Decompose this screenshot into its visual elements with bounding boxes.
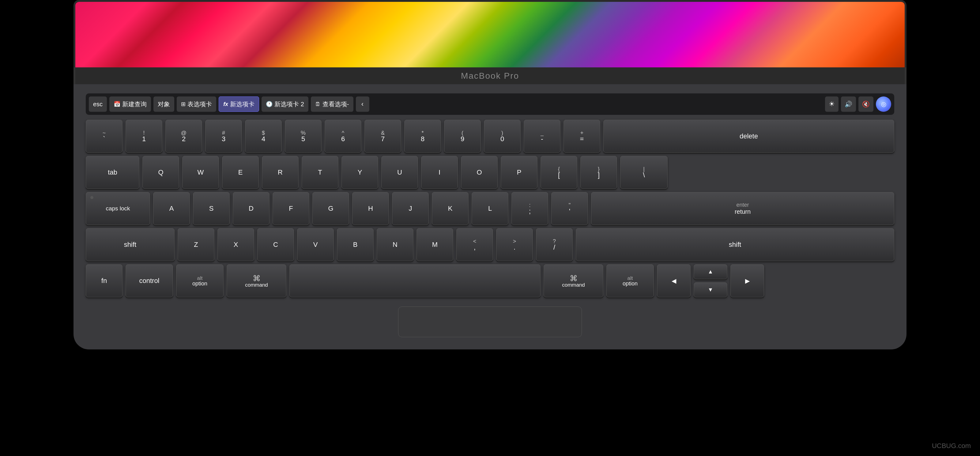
key-backslash[interactable]: | \ [620,156,668,189]
key-u[interactable]: U [381,156,418,189]
key-caps-lock[interactable]: caps lock [86,192,150,225]
key-arrow-left[interactable]: ◀ [657,264,690,297]
keyboard-area: ~ ` ! 1 @ 2 # 3 $ 4 [86,120,894,297]
key-o[interactable]: O [461,156,498,189]
tb-clock-icon: 🕐 [266,101,272,108]
key-rbracket[interactable]: } ] [580,156,617,189]
key-left-option[interactable]: alt option [176,264,224,297]
key-d[interactable]: D [233,192,269,225]
tb-view-options-key[interactable]: 🗓 查看选项- [311,97,353,112]
key-s[interactable]: S [193,192,230,225]
watermark: UCBUG.com [932,442,971,450]
key-c[interactable]: C [257,228,294,261]
key-r[interactable]: R [262,156,299,189]
key-w[interactable]: W [182,156,219,189]
arrow-down-icon: ▼ [708,287,713,293]
key-e[interactable]: E [222,156,259,189]
key-enter[interactable]: enter return [591,192,894,225]
key-z[interactable]: Z [178,228,215,261]
key-comma[interactable]: < , [456,228,493,261]
tb-siri-button[interactable]: ◎ [876,97,891,112]
key-7[interactable]: & 7 [364,120,401,153]
key-n[interactable]: N [377,228,414,261]
qwerty-row: tab Q W E R T Y U I O P { [ } ] [86,156,894,189]
caps-lock-indicator [90,196,94,199]
arrow-keys-cluster: ◀ ▲ ▼ ▶ [657,264,764,297]
key-f[interactable]: F [272,192,309,225]
key-control[interactable]: control [126,264,173,297]
key-semicolon[interactable]: : ; [511,192,548,225]
tb-new-tab2-key[interactable]: 🕐 新选项卡 2 [261,97,309,112]
laptop-container: MacBook Pro esc 📅 新建查询 对象 ⊞ 表选项卡 fx 新选项卡 [0,0,980,456]
key-i[interactable]: I [421,156,458,189]
tb-new-tab-key[interactable]: fx 新选项卡 [219,97,259,112]
key-x[interactable]: X [218,228,254,261]
trackpad[interactable] [398,307,582,337]
key-quote[interactable]: " ' [551,192,588,225]
tb-calendar2-icon: 🗓 [315,101,321,108]
tb-esc-key[interactable]: esc [89,97,107,112]
tb-new-query-key[interactable]: 📅 新建查询 [109,97,151,112]
volume-icon: 🔊 [845,100,852,108]
arrow-up-down-pair: ▲ ▼ [694,264,727,297]
key-backtick[interactable]: ~ ` [86,120,123,153]
key-q[interactable]: Q [142,156,179,189]
arrow-left-icon: ◀ [671,277,676,284]
key-k[interactable]: K [432,192,469,225]
tb-tab-select-key[interactable]: ⊞ 表选项卡 [177,97,216,112]
tb-grid-icon: ⊞ [181,101,186,108]
key-fn[interactable]: fn [86,264,123,297]
number-row: ~ ` ! 1 @ 2 # 3 $ 4 [86,120,894,153]
key-6[interactable]: ^ 6 [325,120,361,153]
tb-object-key[interactable]: 对象 [153,97,174,112]
tb-volume-key[interactable]: 🔊 [841,97,856,112]
key-1[interactable]: ! 1 [126,120,162,153]
tb-chevron-left-key[interactable]: ‹ [356,97,369,112]
key-8[interactable]: * 8 [404,120,441,153]
arrow-right-icon: ▶ [745,277,750,284]
tb-mute-key[interactable]: 🔇 [858,97,873,112]
brightness-icon: ☀ [829,100,835,108]
key-g[interactable]: G [312,192,349,225]
key-equals[interactable]: + = [563,120,600,153]
key-space[interactable] [290,264,541,297]
asdf-row: caps lock A S D F G H J K L : ; " ' [86,192,894,225]
key-slash[interactable]: ? / [536,228,573,261]
screen-display [75,2,905,67]
key-delete[interactable]: delete [603,120,894,153]
key-lbracket[interactable]: { [ [541,156,577,189]
key-5[interactable]: % 5 [285,120,321,153]
key-v[interactable]: V [297,228,334,261]
key-3[interactable]: # 3 [205,120,242,153]
key-m[interactable]: M [417,228,453,261]
key-arrow-down[interactable]: ▼ [694,282,727,297]
key-0[interactable]: ) 0 [484,120,520,153]
key-right-shift[interactable]: shift [576,228,894,261]
key-h[interactable]: H [352,192,389,225]
key-period[interactable]: > . [496,228,533,261]
key-j[interactable]: J [392,192,429,225]
key-a[interactable]: A [153,192,190,225]
siri-icon: ◎ [881,100,886,108]
key-p[interactable]: P [501,156,538,189]
chevron-left-icon: ‹ [361,100,364,108]
tb-fx-icon: fx [223,101,228,108]
key-left-shift[interactable]: shift [86,228,175,261]
screen-bezel [73,0,907,67]
key-9[interactable]: ( 9 [444,120,481,153]
key-left-command[interactable]: ⌘ command [227,264,286,297]
touch-bar: esc 📅 新建查询 对象 ⊞ 表选项卡 fx 新选项卡 🕐 新选项卡 2 [86,94,894,115]
key-tab[interactable]: tab [86,156,139,189]
key-arrow-up[interactable]: ▲ [694,264,727,279]
key-right-command[interactable]: ⌘ command [544,264,603,297]
key-4[interactable]: $ 4 [245,120,282,153]
key-l[interactable]: L [472,192,508,225]
key-y[interactable]: Y [342,156,378,189]
tb-brightness-key[interactable]: ☀ [825,97,838,112]
key-minus[interactable]: _ - [524,120,560,153]
key-b[interactable]: B [337,228,374,261]
key-t[interactable]: T [302,156,339,189]
key-2[interactable]: @ 2 [165,120,202,153]
key-arrow-right[interactable]: ▶ [730,264,764,297]
key-right-option[interactable]: alt option [606,264,654,297]
